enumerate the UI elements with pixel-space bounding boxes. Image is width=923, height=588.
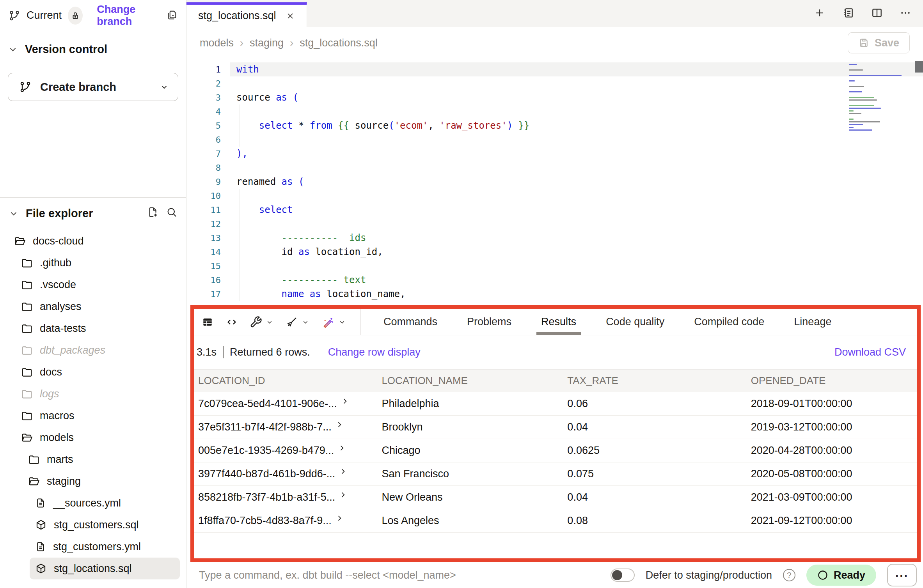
table-view-icon[interactable] <box>201 316 214 328</box>
copy-icon[interactable] <box>167 9 178 22</box>
code-text: with <box>230 62 923 76</box>
code-line-6[interactable]: 6 <box>186 133 923 147</box>
build-tools-dropdown[interactable] <box>250 316 274 328</box>
tab-stg-locations-sql[interactable]: stg_locations.sql <box>186 2 307 27</box>
file-explorer-header[interactable]: File explorer <box>6 206 180 221</box>
defer-toggle[interactable] <box>611 569 635 582</box>
cleanup-dropdown[interactable] <box>286 316 310 328</box>
more-options-icon[interactable] <box>900 7 911 20</box>
table-row: 005e7e1c-1935-4269-b479...Chicago0.06252… <box>194 439 917 462</box>
file-name: .github <box>40 257 71 269</box>
search-icon[interactable] <box>166 206 178 221</box>
table-row: 1f8ffa70-7cb5-4d83-8a7f-9...Los Angeles0… <box>194 509 917 533</box>
results-tab-lineage[interactable]: Lineage <box>794 309 831 335</box>
version-control-header[interactable]: Version control <box>8 43 178 56</box>
new-file-icon[interactable] <box>147 206 159 221</box>
code-line-1[interactable]: 1with <box>186 62 923 76</box>
results-tab-compiled-code[interactable]: Compiled code <box>694 309 764 335</box>
code-line-8[interactable]: 8 <box>186 161 923 175</box>
breadcrumb-staging[interactable]: staging <box>250 37 284 49</box>
code-line-5[interactable]: 5 select * from {{ source('ecom', 'raw_s… <box>186 119 923 133</box>
minimap[interactable] <box>849 64 907 131</box>
ai-assist-dropdown[interactable] <box>321 315 346 329</box>
expand-cell-icon[interactable] <box>341 398 349 405</box>
expand-cell-icon[interactable] <box>335 515 343 522</box>
breadcrumb-file[interactable]: stg_locations.sql <box>300 37 378 49</box>
chevron-down-icon <box>338 318 346 326</box>
change-row-display-link[interactable]: Change row display <box>328 346 421 358</box>
code-line-17[interactable]: 17 name as location_name, <box>186 287 923 301</box>
create-branch-main[interactable]: Create branch <box>8 73 150 101</box>
table-cell: Chicago <box>378 445 563 457</box>
file-tree-item-analyses[interactable]: analyses <box>16 296 180 317</box>
file-tree-item-docs-cloud[interactable]: docs-cloud <box>9 230 180 252</box>
code-line-12[interactable]: 12 <box>186 217 923 231</box>
command-input[interactable] <box>198 569 600 582</box>
download-csv-link[interactable]: Download CSV <box>834 346 906 358</box>
file-tree-item-stg-customers-yml[interactable]: stg_customers.yml <box>30 536 180 558</box>
code-line-15[interactable]: 15 <box>186 259 923 273</box>
file-tree-item-stg-customers-sql[interactable]: stg_customers.sql <box>30 514 180 536</box>
code-line-16[interactable]: 16 ---------- text <box>186 273 923 287</box>
breadcrumb-models[interactable]: models <box>200 37 234 49</box>
git-branch-icon <box>19 81 32 93</box>
file-name: staging <box>47 475 81 487</box>
code-line-13[interactable]: 13 ---------- ids <box>186 231 923 245</box>
file-tree-item-models[interactable]: models <box>16 427 180 448</box>
file-tree-item-data-tests[interactable]: data-tests <box>16 317 180 339</box>
help-icon[interactable]: ? <box>783 569 795 581</box>
file-name: docs <box>40 366 62 378</box>
file-explorer-section: File explorer docs-cloud.github.vscodean… <box>0 197 186 588</box>
file-tree-item-logs[interactable]: logs <box>16 383 180 405</box>
more-actions-button[interactable]: ... <box>887 564 917 586</box>
file-tree-item-staging[interactable]: staging <box>23 470 180 492</box>
results-tab-code-quality[interactable]: Code quality <box>606 309 664 335</box>
status-badge[interactable]: Ready <box>806 565 876 586</box>
file-name: data-tests <box>40 322 86 335</box>
code-line-7[interactable]: 7), <box>186 147 923 161</box>
file-tree-item-marts[interactable]: marts <box>23 448 180 470</box>
create-branch-dropdown[interactable] <box>150 73 178 101</box>
expand-cell-icon[interactable] <box>335 421 343 429</box>
code-line-3[interactable]: 3source as ( <box>186 90 923 104</box>
line-number: 11 <box>186 205 230 215</box>
expand-cell-icon[interactable] <box>338 445 346 452</box>
file-tree-item-stg-locations-sql[interactable]: stg_locations.sql <box>30 558 180 579</box>
table-cell: 0.04 <box>563 421 747 433</box>
results-tab-results[interactable]: Results <box>541 309 576 335</box>
code-line-14[interactable]: 14 id as location_id, <box>186 245 923 259</box>
minimap-line <box>849 97 874 98</box>
line-number: 13 <box>186 233 230 243</box>
code-line-10[interactable]: 10 <box>186 189 923 203</box>
open-editors-icon[interactable] <box>842 7 854 21</box>
file-tree-item-macros[interactable]: macros <box>16 405 180 427</box>
results-tab-problems[interactable]: Problems <box>467 309 511 335</box>
close-tab-icon[interactable] <box>286 11 295 21</box>
results-toolbar-icons <box>201 309 361 335</box>
change-branch-link[interactable]: Change branch <box>97 4 160 28</box>
table-cell: 0.08 <box>563 515 747 527</box>
save-button[interactable]: Save <box>848 32 910 53</box>
query-time: 3.1s <box>197 346 224 358</box>
code-view-icon[interactable] <box>225 316 238 328</box>
table-cell: 2019-03-12T00:00:00 <box>747 421 917 433</box>
new-tab-icon[interactable] <box>814 7 825 20</box>
expand-cell-icon[interactable] <box>339 491 347 499</box>
file-tree-item-dbt-packages[interactable]: dbt_packages <box>16 339 180 361</box>
code-line-9[interactable]: 9renamed as ( <box>186 175 923 189</box>
file-tree-item--vscode[interactable]: .vscode <box>16 274 180 296</box>
breadcrumb: models › staging › stg_locations.sql <box>200 37 378 49</box>
file-tree-item-docs[interactable]: docs <box>16 361 180 383</box>
file-tree-item--github[interactable]: .github <box>16 252 180 274</box>
file-tree-item--sources-yml[interactable]: __sources.yml <box>30 492 180 514</box>
code-line-11[interactable]: 11 select <box>186 203 923 217</box>
code-line-4[interactable]: 4 <box>186 104 923 119</box>
results-tab-commands[interactable]: Commands <box>383 309 437 335</box>
line-number: 2 <box>186 79 230 89</box>
editor-scrollbar[interactable] <box>915 61 923 73</box>
split-editor-icon[interactable] <box>871 7 883 21</box>
expand-cell-icon[interactable] <box>339 468 347 475</box>
code-line-2[interactable]: 2 <box>186 76 923 90</box>
create-branch-button[interactable]: Create branch <box>8 73 178 101</box>
code-editor[interactable]: 1with23source as (45 select * from {{ so… <box>186 58 923 305</box>
